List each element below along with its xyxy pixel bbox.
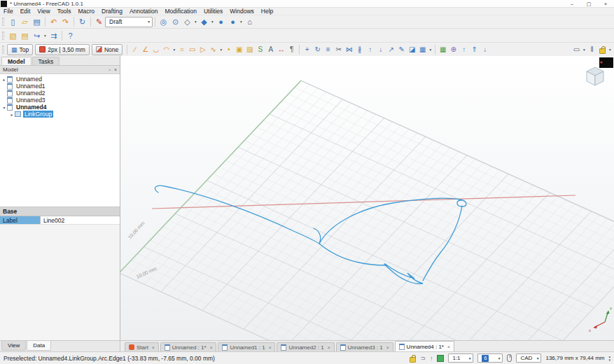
menu-windows[interactable]: Windows xyxy=(226,8,257,15)
draft-move-icon[interactable]: + xyxy=(302,44,312,55)
autogroup-button[interactable]: None xyxy=(92,44,123,55)
close-pane-icon[interactable]: × xyxy=(114,67,117,72)
draft-ellipse-icon[interactable]: ○ xyxy=(176,44,187,55)
draft-scale-icon[interactable]: ↗ xyxy=(386,44,396,55)
tree-item-unnamed1[interactable]: Unnamed1 xyxy=(0,83,120,90)
snap-center-icon[interactable]: ⊕ xyxy=(448,44,459,55)
measure-icon[interactable]: ⌂ xyxy=(244,16,256,27)
draft-edit-icon[interactable]: ✎ xyxy=(396,44,407,55)
expander-open-icon[interactable]: ▾ xyxy=(1,105,7,110)
draft-join-icon[interactable]: ⋈ xyxy=(344,44,354,55)
expander-icon[interactable]: ▸ xyxy=(1,77,7,82)
property-group-base[interactable]: Base xyxy=(0,207,120,216)
menu-view[interactable]: View xyxy=(34,8,53,15)
dimensions-stepper[interactable]: ▴ ▾ xyxy=(608,355,610,361)
snap-lock-icon[interactable] xyxy=(410,357,416,363)
menu-drafting[interactable]: Drafting xyxy=(98,8,126,15)
toolbar-handle[interactable] xyxy=(2,46,4,54)
tree-item-linkgroup[interactable]: ▸ LinkGroup xyxy=(0,111,120,118)
draft-line-icon[interactable]: ∕ xyxy=(130,44,140,55)
draft-arc-dropdown-arrow[interactable]: ▾ xyxy=(172,44,176,55)
close-button[interactable]: × xyxy=(597,0,614,8)
draft-bspline-dropdown-arrow[interactable]: ▾ xyxy=(218,44,223,55)
draft-rectangle-icon[interactable]: ▭ xyxy=(187,44,197,55)
axonometric-view-dropdown-arrow[interactable]: ▾ xyxy=(210,16,215,27)
menu-macro[interactable]: Macro xyxy=(74,8,98,15)
draft-offset-icon[interactable]: ≡ xyxy=(323,44,333,55)
draft-downgrade-icon[interactable]: ↓ xyxy=(375,44,386,55)
make-link-dropdown-arrow[interactable]: ▾ xyxy=(43,30,48,41)
working-plane-down-icon[interactable]: ↓ xyxy=(480,44,490,55)
zoom-fit-icon[interactable]: ◎ xyxy=(158,16,169,27)
draft-subelement-icon[interactable]: ◪ xyxy=(407,44,417,55)
menu-help[interactable]: Help xyxy=(258,8,277,15)
close-tab-icon[interactable]: × xyxy=(209,345,213,350)
whats-this-icon[interactable]: ? xyxy=(64,30,76,41)
menu-annotation[interactable]: Annotation xyxy=(126,8,162,15)
property-value-cell[interactable]: Line002 xyxy=(41,216,120,224)
std-view-icon[interactable]: ● xyxy=(215,16,227,27)
annotation-scale-icon[interactable]: ▭ xyxy=(571,44,582,55)
working-plane-up-icon[interactable]: ↑ xyxy=(459,44,469,55)
draft-hatch-icon[interactable]: ▨ xyxy=(244,44,255,55)
snap-lock-icon[interactable] xyxy=(597,44,608,55)
toolbar-handle[interactable] xyxy=(2,31,4,40)
draft-point-icon[interactable]: • xyxy=(223,44,234,55)
axonometric-view-icon[interactable]: ◆ xyxy=(198,16,210,27)
make-link-group-icon[interactable]: ⇉ xyxy=(48,30,60,41)
rotate-view-dropdown-arrow[interactable]: ▾ xyxy=(239,16,244,27)
toggle-grid-icon[interactable]: ▦ xyxy=(438,44,448,55)
close-tab-icon[interactable]: × xyxy=(385,345,389,350)
viewport-3d[interactable]: 10,00 mm 10,00 mm x y xyxy=(120,56,614,340)
tab-view[interactable]: View xyxy=(1,341,26,351)
tree-item-unnamed3[interactable]: Unnamed3 xyxy=(0,97,120,104)
draft-polyline-icon[interactable]: ∠ xyxy=(140,44,151,55)
close-tab-icon[interactable]: × xyxy=(151,345,155,350)
draft-array-icon[interactable]: ▦ xyxy=(417,44,428,55)
make-link-icon[interactable]: ↪ xyxy=(31,30,43,41)
workbench-icon[interactable]: ✎ xyxy=(93,16,105,27)
tree-item-unnamed2[interactable]: Unnamed2 xyxy=(0,90,120,97)
menu-tools[interactable]: Tools xyxy=(54,8,75,15)
tree-item-unnamed4[interactable]: ▾ Unnamed4 xyxy=(0,104,120,111)
close-tab-icon[interactable]: × xyxy=(446,344,450,349)
tree-item-unnamed[interactable]: ▸ Unnamed xyxy=(0,76,120,83)
tab-unnamed3[interactable]: Unnamed3 : 1 × xyxy=(336,342,393,351)
snap-magnet-icon[interactable]: ⊃ xyxy=(420,354,426,363)
tab-data[interactable]: Data xyxy=(27,341,51,351)
color-swatch-icon[interactable] xyxy=(437,355,444,362)
tab-start[interactable]: Start × xyxy=(125,342,159,351)
redo-icon[interactable]: ↷ xyxy=(60,16,71,27)
grid-size-combo[interactable]: 6 ▾ xyxy=(477,354,503,363)
working-plane-top-icon[interactable]: ⇑ xyxy=(469,44,480,55)
expander-icon[interactable]: ▸ xyxy=(9,112,15,117)
tab-model[interactable]: Model xyxy=(1,57,32,65)
create-group-icon[interactable]: ▤ xyxy=(19,30,31,41)
stepper-down-icon[interactable]: ▾ xyxy=(608,358,610,362)
toolbar-handle[interactable] xyxy=(2,18,4,26)
draft-fillet-icon[interactable]: ◡ xyxy=(151,44,161,55)
tab-unnamed4[interactable]: Unnamed4 : 1* × xyxy=(395,341,454,351)
float-pane-icon[interactable]: ▫ xyxy=(109,67,110,72)
draft-bspline-icon[interactable]: ∿ xyxy=(208,44,218,55)
save-document-icon[interactable]: ▤ xyxy=(31,16,43,27)
draw-style-icon[interactable]: ◇ xyxy=(181,16,193,27)
draft-trimex-icon[interactable]: ✂ xyxy=(333,44,344,55)
close-tab-icon[interactable]: × xyxy=(326,345,330,350)
zoom-selection-icon[interactable]: ⊙ xyxy=(169,16,181,27)
rotate-view-icon[interactable]: ● xyxy=(227,16,239,27)
menu-edit[interactable]: Edit xyxy=(17,8,34,15)
menu-modification[interactable]: Modification xyxy=(162,8,200,15)
menu-file[interactable]: File xyxy=(0,8,17,15)
create-part-icon[interactable]: ▧ xyxy=(7,30,19,41)
undo-icon[interactable]: ↶ xyxy=(48,16,60,27)
draft-arc-icon[interactable]: ◠ xyxy=(161,44,172,55)
cursor-up-icon[interactable]: ↑ xyxy=(430,354,433,363)
tab-unnamed2[interactable]: Unnamed2 : 1 × xyxy=(277,342,334,351)
draft-split-icon[interactable]: ∦ xyxy=(354,44,365,55)
draft-text-icon[interactable]: A xyxy=(265,44,276,55)
working-plane-button[interactable]: ▦ Top xyxy=(7,44,33,55)
draft-label-icon[interactable]: ¶ xyxy=(286,44,297,55)
annotation-scale-dropdown-arrow[interactable]: ▾ xyxy=(582,44,587,55)
draft-upgrade-icon[interactable]: ↑ xyxy=(365,44,375,55)
